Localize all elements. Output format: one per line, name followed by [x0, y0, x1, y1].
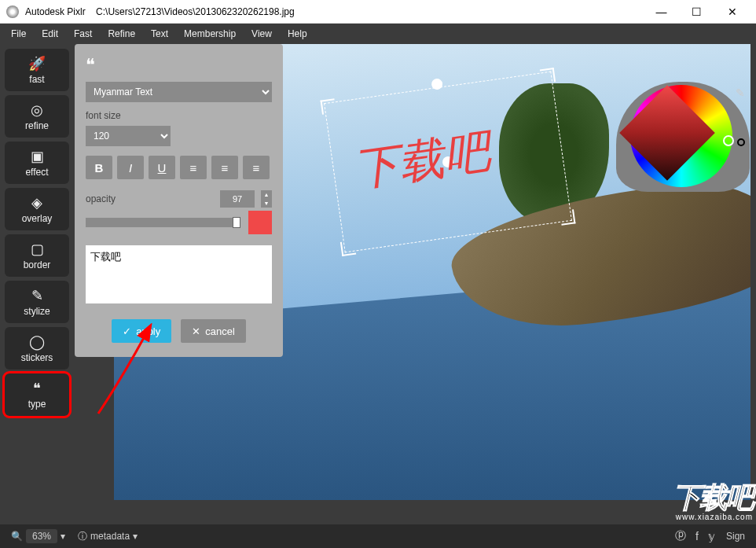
zoom-value[interactable]: 63%: [26, 529, 57, 543]
menu-file[interactable]: File: [3, 28, 34, 39]
hue-indicator[interactable]: [723, 135, 734, 146]
cancel-label: cancel: [205, 325, 235, 337]
type-panel-icon: ❝: [86, 55, 272, 75]
font-size-select[interactable]: 120: [86, 126, 171, 146]
corner-bl[interactable]: [340, 241, 356, 256]
align-left-button[interactable]: ≡: [180, 156, 207, 179]
tool-label: stylize: [24, 306, 50, 317]
cancel-button[interactable]: ✕ cancel: [181, 319, 246, 343]
statusbar: 🔍 63% ▾ ⓘ metadata ▾ ⓟ f 𝕪 Sign: [0, 524, 756, 548]
main-area: 🚀 fast ◎ refine ▣ effect ◈ overlay ▢ bor…: [0, 44, 756, 524]
quote-icon: ❝: [33, 380, 41, 397]
italic-button[interactable]: I: [117, 156, 144, 179]
font-size-label: font size: [86, 110, 272, 121]
chevron-down-icon: ▾: [61, 531, 65, 542]
titlebar: Autodesk Pixlr C:\Users\27213\Videos\201…: [0, 0, 756, 24]
underline-button[interactable]: U: [149, 156, 175, 179]
tool-label: refine: [25, 120, 49, 131]
info-icon: ⓘ: [78, 530, 87, 543]
search-icon: 🔍: [11, 531, 23, 542]
tool-fast[interactable]: 🚀 fast: [5, 49, 69, 91]
canvas-area: 下载吧 ❝ Myanmar Text font size 120 B I U ≡…: [75, 44, 756, 524]
eyedropper-icon[interactable]: ✎: [736, 86, 745, 99]
watermark-url: www.xiazaiba.com: [673, 513, 753, 521]
opacity-spinner[interactable]: ▲▼: [261, 190, 272, 208]
slider-thumb[interactable]: [233, 217, 240, 228]
window-title: Autodesk Pixlr C:\Users\27213\Videos\201…: [25, 6, 644, 17]
opacity-slider-row: [86, 211, 272, 234]
corner-tl[interactable]: [321, 98, 336, 114]
opacity-slider[interactable]: [86, 218, 240, 227]
tool-label: overlay: [22, 213, 53, 224]
color-wheel[interactable]: ✎: [616, 82, 750, 208]
layers-icon: ◈: [31, 194, 42, 211]
align-right-button[interactable]: ≡: [243, 156, 270, 179]
watermark-main: 下载吧: [673, 479, 753, 517]
zoom-control[interactable]: 🔍 63% ▾: [5, 529, 72, 543]
font-family-select[interactable]: Myanmar Text: [86, 82, 272, 102]
brush-icon: ✎: [31, 287, 43, 304]
tool-border[interactable]: ▢ border: [5, 234, 69, 277]
tool-label: effect: [25, 167, 48, 178]
close-button[interactable]: ✕: [714, 0, 750, 24]
app-icon: [6, 6, 19, 18]
minimize-button[interactable]: —: [644, 0, 679, 24]
menu-membership[interactable]: Membership: [176, 28, 244, 39]
watermark: 下载吧 www.xiazaiba.com: [673, 479, 753, 521]
tool-label: stickers: [21, 352, 53, 363]
metadata-toggle[interactable]: ⓘ metadata ▾: [72, 530, 144, 543]
panel-buttons: ✓ apply ✕ cancel: [86, 319, 272, 343]
sign-button[interactable]: Sign: [720, 531, 751, 542]
left-toolbar: 🚀 fast ◎ refine ▣ effect ◈ overlay ▢ bor…: [0, 44, 75, 524]
target-icon: ◎: [31, 101, 43, 119]
film-icon: ▣: [31, 148, 44, 165]
align-center-button[interactable]: ≡: [211, 156, 238, 179]
border-icon: ▢: [31, 241, 44, 258]
twitter-icon[interactable]: 𝕪: [703, 530, 720, 542]
apply-label: apply: [136, 325, 160, 337]
corner-tr[interactable]: [540, 68, 556, 83]
maximize-button[interactable]: ☐: [679, 0, 714, 24]
file-path: C:\Users\27213\Videos\2013062320262198.j…: [96, 6, 295, 17]
opacity-row: opacity 97 ▲▼: [86, 190, 272, 208]
text-style-row: B I U ≡ ≡ ≡: [86, 156, 272, 179]
opacity-label: opacity: [86, 193, 214, 204]
tool-overlay[interactable]: ◈ overlay: [5, 188, 69, 230]
menu-text[interactable]: Text: [143, 28, 176, 39]
tool-label: border: [24, 259, 51, 270]
tool-refine[interactable]: ◎ refine: [5, 95, 69, 138]
tool-stickers[interactable]: ◯ stickers: [5, 327, 69, 370]
apply-button[interactable]: ✓ apply: [112, 319, 171, 343]
text-input[interactable]: [86, 245, 272, 303]
text-bounding-box[interactable]: 下载吧: [321, 68, 576, 256]
menu-help[interactable]: Help: [280, 28, 315, 39]
check-icon: ✓: [123, 325, 131, 337]
tool-type[interactable]: ❝ type: [5, 373, 69, 416]
bold-button[interactable]: B: [86, 156, 112, 179]
tool-label: fast: [29, 74, 44, 85]
menubar: File Edit Fast Refine Text Membership Vi…: [0, 24, 756, 44]
menu-refine[interactable]: Refine: [100, 28, 143, 39]
facebook-icon[interactable]: f: [691, 530, 703, 542]
sat-indicator[interactable]: [737, 138, 745, 146]
menu-fast[interactable]: Fast: [66, 28, 100, 39]
rocket-icon: 🚀: [28, 55, 46, 72]
metadata-label: metadata: [90, 531, 130, 542]
tool-stylize[interactable]: ✎ stylize: [5, 281, 69, 323]
tool-effect[interactable]: ▣ effect: [5, 142, 69, 184]
tool-label: type: [28, 399, 46, 410]
opacity-value[interactable]: 97: [220, 190, 255, 208]
circle-icon: ◯: [29, 333, 45, 351]
menu-edit[interactable]: Edit: [34, 28, 66, 39]
app-name: Autodesk Pixlr: [25, 6, 86, 17]
x-icon: ✕: [192, 325, 200, 337]
type-panel: ❝ Myanmar Text font size 120 B I U ≡ ≡ ≡…: [75, 44, 283, 357]
window-controls: — ☐ ✕: [644, 0, 750, 24]
text-color-swatch[interactable]: [248, 211, 272, 234]
pinterest-icon[interactable]: ⓟ: [670, 529, 691, 543]
corner-br[interactable]: [560, 209, 575, 225]
chevron-down-icon: ▾: [133, 531, 138, 542]
menu-view[interactable]: View: [244, 28, 280, 39]
